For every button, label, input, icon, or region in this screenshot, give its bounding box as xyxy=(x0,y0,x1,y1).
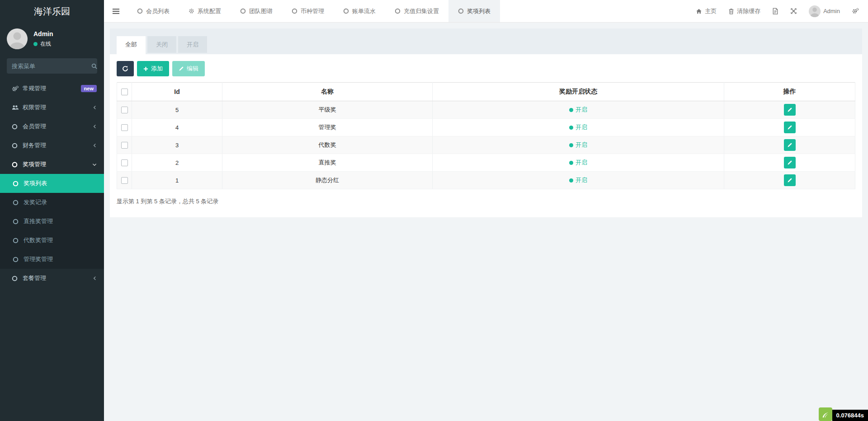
sidebar-item-label: 奖项管理 xyxy=(23,160,46,168)
sidebar-item-management-award[interactable]: 管理奖管理 xyxy=(0,250,104,269)
cell-name: 代数奖 xyxy=(222,136,433,154)
user-status-label: 在线 xyxy=(40,40,51,48)
circle-icon xyxy=(13,238,24,243)
toolbar: 添加 编辑 xyxy=(117,61,855,76)
sidebar-item-label: 权限管理 xyxy=(23,103,46,112)
panel-body: 添加 编辑 Id 名称 奖励开启状态 操作 xyxy=(110,54,862,217)
sidebar-toggle-button[interactable] xyxy=(104,0,127,22)
tab-bill-flow[interactable]: 账单流水 xyxy=(334,0,385,22)
filter-tab-closed[interactable]: 关闭 xyxy=(147,36,176,53)
cell-name: 直推奖 xyxy=(222,154,433,172)
awards-table: Id 名称 奖励开启状态 操作 5 平级奖 开启 xyxy=(117,82,855,189)
search-input[interactable] xyxy=(12,63,91,70)
status-badge: 开启 xyxy=(569,106,587,114)
filter-tab-all[interactable]: 全部 xyxy=(117,36,146,54)
sidebar-item-finance[interactable]: 财务管理 xyxy=(0,136,104,155)
sidebar-item-label: 常规管理 xyxy=(23,84,46,93)
tab-label: 会员列表 xyxy=(146,7,170,15)
tab-member-list[interactable]: 会员列表 xyxy=(127,0,179,22)
sidebar-item-awards[interactable]: 奖项管理 xyxy=(0,155,104,174)
tab-label: 充值归集设置 xyxy=(404,7,439,15)
row-checkbox[interactable] xyxy=(121,159,128,166)
row-checkbox[interactable] xyxy=(121,177,128,184)
row-edit-button[interactable] xyxy=(784,139,796,151)
table-row: 4 管理奖 开启 xyxy=(117,119,855,136)
tab-label: 系统配置 xyxy=(198,7,221,15)
status-label: 开启 xyxy=(576,176,587,184)
sidebar-item-label: 管理奖管理 xyxy=(24,255,53,263)
avatar xyxy=(7,28,28,49)
add-button[interactable]: 添加 xyxy=(137,61,169,76)
sidebar-search xyxy=(7,58,97,74)
chevron-left-icon xyxy=(93,105,97,110)
tab-recharge-collection[interactable]: 充值归集设置 xyxy=(385,0,448,22)
user-status: 在线 xyxy=(33,40,53,48)
sidebar-item-generation-award[interactable]: 代数奖管理 xyxy=(0,231,104,250)
sidebar-item-award-list[interactable]: 奖项列表 xyxy=(0,174,104,193)
circle-icon xyxy=(240,8,246,14)
sidebar-item-direct-award[interactable]: 直推奖管理 xyxy=(0,212,104,231)
table-header-row: Id 名称 奖励开启状态 操作 xyxy=(117,83,855,101)
sidebar-item-package[interactable]: 套餐管理 xyxy=(0,269,104,288)
users-icon xyxy=(12,104,23,111)
circle-icon xyxy=(12,162,23,168)
sidebar-item-member[interactable]: 会员管理 xyxy=(0,117,104,136)
new-badge: new xyxy=(81,85,97,92)
row-edit-button[interactable] xyxy=(784,157,796,168)
docs-button[interactable] xyxy=(772,8,778,14)
circle-icon xyxy=(395,8,401,14)
main-content: 全部 关闭 开启 添加 编辑 xyxy=(104,23,868,421)
circle-icon xyxy=(12,276,23,281)
sidebar-item-general[interactable]: 常规管理 new xyxy=(0,79,104,98)
row-edit-button[interactable] xyxy=(784,104,796,116)
table-row: 2 直推奖 开启 xyxy=(117,154,855,172)
filter-tab-open[interactable]: 开启 xyxy=(178,36,207,53)
refresh-icon xyxy=(122,65,128,72)
home-label: 主页 xyxy=(705,7,717,15)
circle-icon xyxy=(13,200,24,206)
refresh-button[interactable] xyxy=(117,61,134,76)
cell-id: 5 xyxy=(132,101,222,119)
circle-icon xyxy=(12,143,23,149)
add-label: 添加 xyxy=(151,65,163,73)
tab-coin-management[interactable]: 币种管理 xyxy=(282,0,334,22)
topbar: 会员列表 系统配置 团队图谱 币种管理 账单流水 充值归集设置 奖项列表 xyxy=(104,0,868,23)
edit-button[interactable]: 编辑 xyxy=(172,61,205,76)
cell-name: 静态分红 xyxy=(222,172,433,189)
sidebar-item-award-records[interactable]: 发奖记录 xyxy=(0,193,104,212)
dot-icon xyxy=(569,178,573,182)
sidebar-item-permission[interactable]: 权限管理 xyxy=(0,98,104,117)
tab-label: 币种管理 xyxy=(301,7,324,15)
cell-id: 4 xyxy=(132,119,222,136)
tab-label: 账单流水 xyxy=(352,7,376,15)
row-checkbox[interactable] xyxy=(121,124,128,131)
dot-icon xyxy=(569,108,573,112)
row-checkbox[interactable] xyxy=(121,107,128,113)
select-all-checkbox[interactable] xyxy=(121,89,128,95)
cell-name: 平级奖 xyxy=(222,101,433,119)
runtime-badge: 0.076844s xyxy=(819,407,868,421)
user-panel: Admin 在线 xyxy=(0,23,104,54)
row-edit-button[interactable] xyxy=(784,174,796,186)
tab-team-graph[interactable]: 团队图谱 xyxy=(231,0,282,22)
person-icon xyxy=(7,28,28,49)
thinkphp-leaf-icon xyxy=(819,407,832,421)
tab-label: 奖项列表 xyxy=(467,7,491,15)
tab-award-list[interactable]: 奖项列表 xyxy=(448,0,500,22)
tab-system-config[interactable]: 系统配置 xyxy=(179,0,231,22)
table-row: 3 代数奖 开启 xyxy=(117,136,855,154)
row-edit-button[interactable] xyxy=(784,122,796,133)
status-badge: 开启 xyxy=(569,159,587,167)
edit-label: 编辑 xyxy=(187,65,198,73)
fullscreen-button[interactable] xyxy=(790,8,797,14)
pencil-icon xyxy=(787,125,793,130)
status-badge: 开启 xyxy=(569,123,587,131)
clear-cache-button[interactable]: 清除缓存 xyxy=(728,7,760,15)
settings-button[interactable] xyxy=(852,8,859,14)
user-menu[interactable]: Admin xyxy=(809,5,840,17)
panel: 全部 关闭 开启 添加 编辑 xyxy=(110,28,862,217)
tab-label: 团队图谱 xyxy=(249,7,273,15)
column-header-name: 名称 xyxy=(222,83,433,101)
row-checkbox[interactable] xyxy=(121,142,128,149)
home-button[interactable]: 主页 xyxy=(696,7,717,15)
